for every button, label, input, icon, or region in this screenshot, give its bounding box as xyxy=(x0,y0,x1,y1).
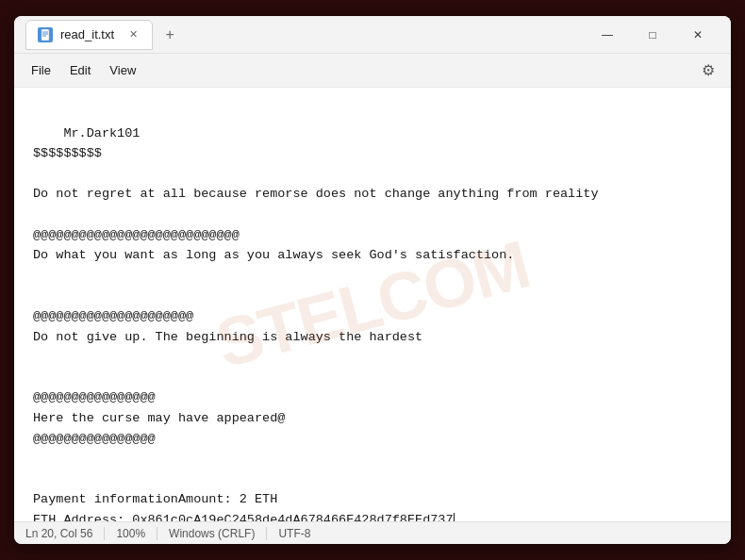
menu-bar: File Edit View ⚙ xyxy=(14,54,731,88)
content-line7: Do what you want as long as you always s… xyxy=(33,248,514,262)
menu-edit[interactable]: Edit xyxy=(60,59,100,81)
content-line2: $$$$$$$$$ xyxy=(33,146,102,160)
maximize-button[interactable]: □ xyxy=(631,20,674,50)
content-line14: @@@@@@@@@@@@@@@@ xyxy=(33,390,156,404)
window-controls: — □ ✕ xyxy=(586,20,720,50)
status-bar: Ln 20, Col 56 100% Windows (CRLF) UTF-8 xyxy=(14,521,731,544)
menu-file[interactable]: File xyxy=(22,59,60,81)
tab-title: read_it.txt xyxy=(60,27,114,41)
minimize-button[interactable]: — xyxy=(586,20,629,50)
encoding: UTF-8 xyxy=(267,527,322,540)
zoom-level: 100% xyxy=(105,527,157,540)
content-line19: Payment informationAmount: 2 ETH xyxy=(33,492,277,506)
content-line11: Do not give up. The beginning is always … xyxy=(33,330,422,344)
settings-icon[interactable]: ⚙ xyxy=(693,56,723,86)
active-tab[interactable]: read_it.txt ✕ xyxy=(25,20,153,50)
content-line6: @@@@@@@@@@@@@@@@@@@@@@@@@@@ xyxy=(33,228,240,242)
content-line4: Do not regret at all because remorse doe… xyxy=(33,187,599,201)
watermark: STELCOM xyxy=(205,211,540,399)
title-bar: read_it.txt ✕ + — □ ✕ xyxy=(14,16,731,54)
svg-rect-0 xyxy=(41,29,49,41)
content-line15: Here the curse may have appeared@ xyxy=(33,411,285,425)
notepad-window: read_it.txt ✕ + — □ ✕ File Edit View ⚙ S… xyxy=(14,16,731,544)
content-line20: ETH Address: 0x861c0cA19eC2458de4dA67846… xyxy=(33,513,454,521)
content-line16: @@@@@@@@@@@@@@@@ xyxy=(33,432,156,446)
text-editor[interactable]: STELCOMMr.Dark101 $$$$$$$$$ Do not regre… xyxy=(14,88,731,521)
close-button[interactable]: ✕ xyxy=(676,20,720,50)
content-line1: Mr.Dark101 xyxy=(63,126,140,140)
line-ending: Windows (CRLF) xyxy=(157,527,267,540)
tab-close-button[interactable]: ✕ xyxy=(125,27,141,42)
text-cursor xyxy=(454,513,455,521)
menu-view[interactable]: View xyxy=(100,59,145,81)
notepad-icon xyxy=(38,27,53,42)
content-line10: @@@@@@@@@@@@@@@@@@@@@ xyxy=(33,309,193,323)
cursor-position: Ln 20, Col 56 xyxy=(25,527,105,540)
new-tab-button[interactable]: + xyxy=(157,22,183,48)
